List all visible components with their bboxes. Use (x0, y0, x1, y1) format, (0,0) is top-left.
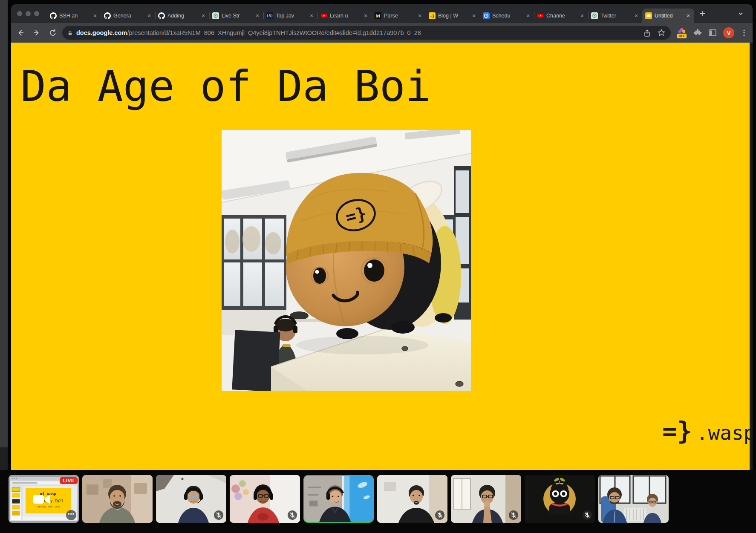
extension-off-icon[interactable]: OFF (677, 28, 687, 38)
browser-window: SSH an ✕ Genera ✕ Adding ✕ Live Str ✕ (11, 4, 753, 470)
svg-text:=}: =} (430, 14, 435, 18)
forward-button[interactable] (32, 29, 41, 37)
tab-label: Twitter (600, 13, 631, 19)
tab-twitter[interactable]: Twitter ✕ (588, 9, 642, 23)
muted-mic-icon (583, 510, 592, 520)
close-window-button[interactable] (17, 11, 22, 16)
youtube-icon (537, 12, 544, 19)
tab-label: Live Str (222, 13, 252, 19)
extension-off-badge: OFF (677, 34, 687, 38)
call-tile-cat-avatar[interactable] (525, 475, 595, 523)
github-icon (158, 12, 165, 19)
minimize-window-button[interactable] (26, 11, 31, 16)
tab-label: Blog | W (438, 13, 468, 19)
github-icon (50, 12, 57, 19)
wasp-logo-wordmark: .wasp (696, 421, 753, 444)
scrollbar-track[interactable] (750, 43, 753, 470)
github-icon (104, 12, 111, 19)
tab-live-stream[interactable]: Live Str ✕ (209, 9, 263, 23)
video-call-strip: =} wasp Community Call February 17th, 20… (0, 470, 756, 533)
side-panel-icon[interactable] (708, 29, 717, 37)
call-tile-two-participants[interactable] (598, 475, 669, 523)
close-tab-icon[interactable]: ✕ (363, 13, 369, 19)
tab-label: SSH an (59, 13, 89, 19)
close-tab-icon[interactable]: ✕ (200, 13, 206, 19)
tab-label: Learn u (330, 13, 360, 19)
muted-mic-icon (509, 510, 518, 520)
close-tab-icon[interactable]: ✕ (417, 13, 423, 19)
bee-plush: =} (286, 173, 461, 339)
call-tile-active-speaker[interactable] (303, 475, 374, 523)
call-tile-screenshare[interactable]: =} wasp Community Call February 17th, 20… (9, 475, 79, 523)
close-tab-icon[interactable]: ✕ (254, 13, 260, 19)
call-tile-participant[interactable] (377, 475, 447, 523)
tab-search-chevron-icon[interactable] (737, 10, 744, 17)
svg-text:M: M (376, 13, 381, 18)
tab-adding[interactable]: Adding ✕ (155, 9, 209, 23)
new-tab-button[interactable] (699, 10, 706, 17)
close-tab-icon[interactable]: ✕ (525, 13, 531, 19)
tab-ssh[interactable]: SSH an ✕ (47, 9, 101, 23)
slides-icon (645, 12, 652, 19)
slide-canvas[interactable]: Da Age of Da Boi (11, 43, 753, 470)
svg-text:(A): (A) (266, 14, 273, 18)
profile-avatar[interactable]: V (723, 27, 734, 38)
close-tab-icon[interactable]: ✕ (309, 13, 315, 19)
share-icon[interactable] (643, 29, 651, 37)
screen: SSH an ✕ Genera ✕ Adding ✕ Live Str ✕ (0, 0, 756, 533)
extensions-puzzle-icon[interactable] (693, 29, 702, 37)
call-tile-participant[interactable] (82, 475, 153, 523)
astro-icon: (A) (266, 12, 273, 19)
camera-icon (32, 494, 50, 505)
tab-channel[interactable]: Channe ✕ (534, 9, 588, 23)
chatgpt-icon (591, 12, 598, 19)
live-badge: LIVE (60, 477, 78, 484)
schedule-icon (483, 12, 490, 19)
close-tab-icon[interactable]: ✕ (92, 13, 98, 19)
bookmark-star-icon[interactable] (657, 29, 666, 37)
browser-menu-kebab-icon[interactable] (741, 29, 747, 37)
close-tab-icon[interactable]: ✕ (633, 13, 639, 19)
tile-options-button[interactable]: ••• (66, 510, 76, 520)
url-text[interactable]: docs.google.com/presentation/d/1xaR5N1M_… (76, 29, 637, 36)
tab-general[interactable]: Genera ✕ (101, 9, 155, 23)
back-button[interactable] (16, 29, 25, 37)
tab-label: Untitled (655, 13, 683, 19)
tab-label: Channe (546, 13, 577, 19)
tab-parse[interactable]: M Parse - ✕ (372, 9, 426, 23)
medium-icon: M (375, 12, 381, 19)
tab-untitled-active[interactable]: Untitled ✕ (642, 9, 694, 23)
browser-toolbar: docs.google.com/presentation/d/1xaR5N1M_… (11, 23, 753, 43)
muted-mic-icon (435, 510, 444, 520)
slide-title: Da Age of Da Boi (20, 61, 431, 111)
address-bar[interactable]: docs.google.com/presentation/d/1xaR5N1M_… (62, 26, 671, 40)
tab-blog[interactable]: =} Blog | W ✕ (426, 9, 480, 23)
wasp-logo: =} .wasp (662, 417, 753, 446)
muted-mic-icon (214, 510, 223, 520)
wasp-logo-symbol: =} (662, 417, 692, 446)
tab-strip: SSH an ✕ Genera ✕ Adding ✕ Live Str ✕ (11, 4, 753, 23)
tab-label: Top Jav (276, 13, 306, 19)
close-tab-icon[interactable]: ✕ (685, 13, 691, 19)
tab-schedule[interactable]: Schedu ✕ (480, 9, 534, 23)
reload-button[interactable] (49, 29, 57, 37)
youtube-icon (320, 12, 327, 19)
close-tab-icon[interactable]: ✕ (146, 13, 152, 19)
lock-icon (67, 30, 73, 36)
url-host: docs.google.com (76, 29, 127, 36)
slide-filmstrip (12, 487, 20, 516)
muted-mic-icon (288, 510, 297, 520)
chatgpt-icon (212, 12, 219, 19)
close-tab-icon[interactable]: ✕ (471, 13, 477, 19)
bee-plush-photo: =} (222, 130, 471, 391)
url-path: /presentation/d/1xaR5N1M_806_XHngumjl_Q4… (127, 29, 421, 36)
tab-top-javascript[interactable]: (A) Top Jav ✕ (263, 9, 317, 23)
call-tile-participant[interactable] (156, 475, 226, 523)
call-tile-participant[interactable] (451, 475, 521, 523)
window-controls[interactable] (17, 11, 39, 16)
close-tab-icon[interactable]: ✕ (579, 13, 585, 19)
call-tile-participant[interactable] (230, 475, 300, 523)
tab-learn[interactable]: Learn u ✕ (317, 9, 372, 23)
zoom-window-button[interactable] (34, 11, 39, 16)
tabs: SSH an ✕ Genera ✕ Adding ✕ Live Str ✕ (47, 4, 706, 23)
